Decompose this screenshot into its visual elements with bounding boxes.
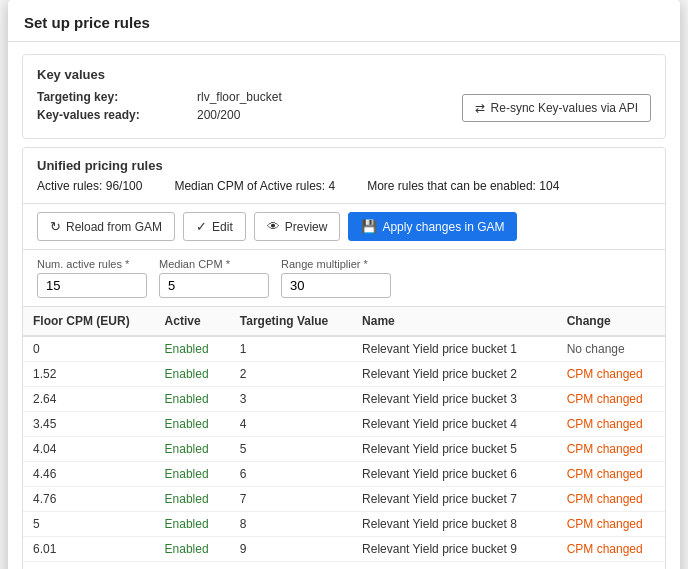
table-header-row: Floor CPM (EUR) Active Targeting Value N… [23, 307, 665, 336]
cell-floor: 4.76 [23, 487, 155, 512]
cell-name: Relevant Yield price bucket 4 [352, 412, 557, 437]
preview-button[interactable]: 👁 Preview [254, 212, 341, 241]
cell-targeting: 4 [230, 412, 352, 437]
cell-name: Relevant Yield price bucket 10 [352, 562, 557, 570]
range-multiplier-input[interactable] [281, 273, 391, 298]
targeting-key-value: rlv_floor_bucket [197, 90, 282, 104]
active-rules-label: Active rules: [37, 179, 102, 193]
cell-floor: 5 [23, 512, 155, 537]
more-rules-stat: More rules that can be enabled: 104 [367, 179, 559, 193]
table-row: 0 Enabled 1 Relevant Yield price bucket … [23, 336, 665, 362]
price-rules-table: Floor CPM (EUR) Active Targeting Value N… [23, 307, 665, 569]
preview-label: Preview [285, 220, 328, 234]
reload-icon: ↻ [50, 219, 61, 234]
key-values-title: Key values [37, 67, 651, 82]
col-change: Change [557, 307, 665, 336]
modal-header: Set up price rules [8, 0, 680, 42]
cell-targeting: 6 [230, 462, 352, 487]
cell-floor: 6.01 [23, 537, 155, 562]
apply-label: Apply changes in GAM [382, 220, 504, 234]
cell-name: Relevant Yield price bucket 5 [352, 437, 557, 462]
cell-targeting: 2 [230, 362, 352, 387]
active-rules-value: 96/100 [106, 179, 143, 193]
resync-label: Re-sync Key-values via API [491, 101, 638, 115]
cell-change: CPM changed [557, 437, 665, 462]
col-name: Name [352, 307, 557, 336]
modal: Set up price rules Key values Targeting … [8, 0, 680, 569]
cell-active: Enabled [155, 487, 230, 512]
cell-name: Relevant Yield price bucket 7 [352, 487, 557, 512]
unified-pricing-section: Unified pricing rules Active rules: 96/1… [22, 147, 666, 569]
median-cpm-label: Median CPM of Active rules: [174, 179, 325, 193]
median-cpm-input[interactable] [159, 273, 269, 298]
cell-active: Enabled [155, 462, 230, 487]
table-row: 3.45 Enabled 4 Relevant Yield price buck… [23, 412, 665, 437]
key-values-section: Key values Targeting key: rlv_floor_buck… [22, 54, 666, 139]
median-cpm-stat: Median CPM of Active rules: 4 [174, 179, 335, 193]
more-rules-value: 104 [539, 179, 559, 193]
cell-targeting: 9 [230, 537, 352, 562]
cell-name: Relevant Yield price bucket 8 [352, 512, 557, 537]
num-active-input[interactable] [37, 273, 147, 298]
col-active: Active [155, 307, 230, 336]
keys-ready-label: Key-values ready: [37, 108, 197, 122]
targeting-key-label: Targeting key: [37, 90, 197, 104]
unified-pricing-title: Unified pricing rules [37, 158, 651, 173]
preview-icon: 👁 [267, 219, 280, 234]
num-active-group: Num. active rules * [37, 258, 147, 298]
apply-button[interactable]: 💾 Apply changes in GAM [348, 212, 517, 241]
keys-ready-row: Key-values ready: 200/200 [37, 108, 282, 122]
cell-name: Relevant Yield price bucket 3 [352, 387, 557, 412]
cell-active: Enabled [155, 512, 230, 537]
cell-active: Enabled [155, 412, 230, 437]
cell-active: Enabled [155, 387, 230, 412]
toolbar: ↻ Reload from GAM ✓ Edit 👁 Preview 💾 App… [23, 204, 665, 250]
cell-name: Relevant Yield price bucket 1 [352, 336, 557, 362]
edit-button[interactable]: ✓ Edit [183, 212, 246, 241]
table-row: 4.04 Enabled 5 Relevant Yield price buck… [23, 437, 665, 462]
range-multiplier-label: Range multiplier * [281, 258, 391, 270]
cell-floor: 3.45 [23, 412, 155, 437]
unified-pricing-header: Unified pricing rules Active rules: 96/1… [23, 148, 665, 204]
modal-title: Set up price rules [24, 14, 150, 31]
cell-active: Enabled [155, 562, 230, 570]
cell-change: CPM changed [557, 537, 665, 562]
table-row: 6.01 Enabled 9 Relevant Yield price buck… [23, 537, 665, 562]
table-row: 1.52 Enabled 2 Relevant Yield price buck… [23, 362, 665, 387]
range-multiplier-group: Range multiplier * [281, 258, 391, 298]
table-row: 8.41 Enabled 10 Relevant Yield price buc… [23, 562, 665, 570]
median-cpm-group: Median CPM * [159, 258, 269, 298]
col-floor-cpm: Floor CPM (EUR) [23, 307, 155, 336]
edit-label: Edit [212, 220, 233, 234]
cell-change: CPM changed [557, 512, 665, 537]
stats-row: Active rules: 96/100 Median CPM of Activ… [37, 179, 651, 193]
cell-floor: 1.52 [23, 362, 155, 387]
price-rules-table-container[interactable]: Floor CPM (EUR) Active Targeting Value N… [23, 307, 665, 569]
cell-floor: 4.04 [23, 437, 155, 462]
cell-floor: 2.64 [23, 387, 155, 412]
reload-button[interactable]: ↻ Reload from GAM [37, 212, 175, 241]
cell-change: CPM changed [557, 487, 665, 512]
median-cpm-input-label: Median CPM * [159, 258, 269, 270]
cell-change: CPM changed [557, 412, 665, 437]
resync-button[interactable]: ⇄ Re-sync Key-values via API [462, 94, 651, 122]
cell-change: CPM changed [557, 462, 665, 487]
cell-targeting: 5 [230, 437, 352, 462]
cell-name: Relevant Yield price bucket 2 [352, 362, 557, 387]
cell-change: No change [557, 336, 665, 362]
cell-change: CPM changed [557, 387, 665, 412]
more-rules-label: More rules that can be enabled: [367, 179, 536, 193]
cell-active: Enabled [155, 437, 230, 462]
cell-targeting: 8 [230, 512, 352, 537]
apply-icon: 💾 [361, 219, 377, 234]
cell-targeting: 7 [230, 487, 352, 512]
table-row: 4.76 Enabled 7 Relevant Yield price buck… [23, 487, 665, 512]
cell-targeting: 1 [230, 336, 352, 362]
table-row: 4.46 Enabled 6 Relevant Yield price buck… [23, 462, 665, 487]
cell-floor: 0 [23, 336, 155, 362]
cell-change: CPM changed [557, 562, 665, 570]
cell-name: Relevant Yield price bucket 9 [352, 537, 557, 562]
cell-floor: 8.41 [23, 562, 155, 570]
num-active-label: Num. active rules * [37, 258, 147, 270]
cell-targeting: 3 [230, 387, 352, 412]
